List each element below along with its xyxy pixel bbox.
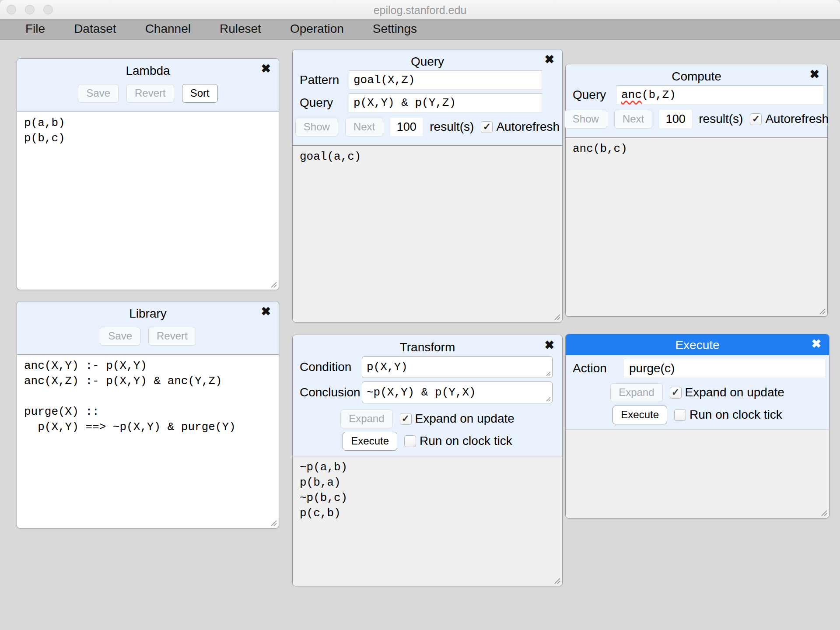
conclusion-label: Conclusion [300, 385, 362, 399]
pattern-label: Pattern [300, 73, 349, 87]
resize-grip-icon[interactable] [477, 396, 551, 402]
close-icon[interactable]: ✖ [544, 340, 554, 351]
checkmark-icon: ✓ [752, 113, 760, 125]
transform-results-text: ~p(a,b) p(b,a) ~p(b,c) p(c,b) [300, 461, 347, 520]
resize-grip-icon[interactable] [553, 577, 560, 584]
menu-ruleset[interactable]: Ruleset [220, 22, 261, 36]
resize-grip-icon[interactable] [270, 519, 277, 526]
query-input[interactable] [349, 93, 542, 112]
close-icon[interactable]: ✖ [544, 54, 554, 66]
conclusion-textarea[interactable]: ~p(X,Y) & p(Y,X) [362, 382, 553, 403]
action-input[interactable] [623, 359, 826, 378]
checkmark-icon: ✓ [672, 387, 679, 398]
expand-on-update-label: Expand on update [685, 385, 784, 399]
execute-execute-button[interactable]: Execute [612, 406, 667, 424]
lambda-panel-title: Lambda [17, 59, 279, 78]
close-icon[interactable]: ✖ [261, 306, 271, 318]
compute-panel-title: Compute [566, 64, 827, 84]
menu-file[interactable]: File [25, 22, 45, 36]
results-count-label: result(s) [430, 120, 474, 134]
library-save-button[interactable]: Save [100, 327, 140, 346]
menu-settings[interactable]: Settings [373, 22, 417, 36]
execute-panel-title: Execute [566, 334, 829, 352]
query-next-button[interactable]: Next [345, 118, 383, 136]
menu-dataset[interactable]: Dataset [74, 22, 116, 36]
query-show-button[interactable]: Show [295, 118, 338, 136]
close-icon[interactable]: ✖ [261, 63, 271, 75]
transform-panel: Transform ✖ Condition p(X,Y) Conclusion … [292, 335, 563, 586]
library-editor-text: anc(X,Y) :- p(X,Y) anc(X,Z) :- p(X,Y) & … [24, 359, 236, 434]
menu-operation[interactable]: Operation [290, 22, 344, 36]
library-panel-title: Library [17, 301, 279, 321]
lambda-panel: Lambda ✖ Save Revert Sort p(a,b) p(b,c) [17, 58, 279, 290]
results-count-label: result(s) [699, 112, 743, 126]
checkmark-icon: ✓ [483, 121, 491, 133]
compute-panel-header: Compute ✖ Query anc(b,Z) Show Next resul… [566, 64, 827, 138]
query-results[interactable]: goal(a,c) [293, 146, 562, 322]
query-result-count-input[interactable] [390, 118, 423, 136]
transform-run-on-clock-tick-checkbox[interactable] [404, 435, 416, 447]
library-editor[interactable]: anc(X,Y) :- p(X,Y) anc(X,Z) :- p(X,Y) & … [17, 355, 279, 528]
condition-label: Condition [300, 360, 362, 374]
execute-panel: Execute ✖ Action Expand ✓ Expand on upda… [565, 334, 830, 518]
resize-grip-icon[interactable] [818, 307, 826, 315]
query-panel: Query ✖ Pattern Query Show Next result(s… [292, 49, 563, 322]
expand-on-update-label: Expand on update [415, 412, 514, 426]
autorefresh-label: Autorefresh [765, 112, 829, 126]
compute-show-button[interactable]: Show [564, 110, 607, 129]
close-icon[interactable]: ✖ [811, 338, 821, 350]
checkmark-icon: ✓ [402, 413, 410, 424]
browser-titlebar: epilog.stanford.edu [0, 0, 840, 19]
query-autorefresh-checkbox[interactable]: ✓ [481, 121, 493, 133]
library-panel: Library ✖ Save Revert anc(X,Y) :- p(X,Y)… [17, 301, 279, 528]
transform-execute-button[interactable]: Execute [343, 432, 397, 451]
app-menubar: File Dataset Channel Ruleset Operation S… [0, 19, 840, 40]
transform-expand-on-update-checkbox[interactable]: ✓ [400, 413, 412, 425]
condition-text: p(X,Y) [367, 360, 408, 374]
action-label: Action [573, 361, 623, 375]
compute-result-count-input[interactable] [659, 110, 692, 128]
transform-panel-header: Transform ✖ Condition p(X,Y) Conclusion … [293, 335, 562, 456]
lambda-editor[interactable]: p(a,b) p(b,c) [17, 112, 279, 290]
lambda-sort-button[interactable]: Sort [182, 84, 218, 103]
run-on-clock-tick-label: Run on clock tick [420, 434, 512, 448]
autorefresh-label: Autorefresh [496, 120, 560, 134]
transform-results[interactable]: ~p(a,b) p(b,a) ~p(b,c) p(c,b) [293, 456, 562, 586]
compute-query-label: Query [573, 88, 616, 102]
resize-grip-icon[interactable] [820, 509, 827, 516]
transform-panel-title: Transform [293, 335, 562, 354]
resize-grip-icon[interactable] [553, 313, 560, 320]
execute-results[interactable] [566, 430, 829, 518]
compute-query-input[interactable]: anc(b,Z) [616, 85, 824, 105]
execute-run-on-clock-tick-checkbox[interactable] [674, 409, 686, 421]
query-label: Query [300, 96, 349, 110]
misspelled-word: anc [621, 88, 642, 102]
resize-grip-icon[interactable] [270, 280, 277, 288]
compute-results[interactable]: anc(b,c) [566, 138, 827, 316]
execute-panel-titlebar: Execute ✖ [566, 334, 829, 355]
lambda-revert-button[interactable]: Revert [126, 84, 174, 103]
conclusion-text: ~p(X,Y) & p(Y,X) [367, 386, 476, 399]
execute-expand-button[interactable]: Expand [610, 383, 662, 402]
lambda-panel-header: Lambda ✖ Save Revert Sort [17, 59, 279, 112]
library-revert-button[interactable]: Revert [148, 327, 196, 346]
run-on-clock-tick-label: Run on clock tick [690, 408, 782, 422]
compute-autorefresh-checkbox[interactable]: ✓ [750, 113, 762, 125]
lambda-editor-text: p(a,b) p(b,c) [24, 116, 65, 145]
execute-expand-on-update-checkbox[interactable]: ✓ [670, 387, 682, 399]
close-icon[interactable]: ✖ [809, 69, 819, 80]
window-title: epilog.stanford.edu [0, 0, 840, 19]
condition-textarea[interactable]: p(X,Y) [362, 356, 553, 378]
transform-expand-button[interactable]: Expand [340, 410, 392, 428]
pattern-input[interactable] [349, 70, 542, 90]
execute-panel-header: Action Expand ✓ Expand on update Execute… [566, 355, 829, 430]
menu-channel[interactable]: Channel [145, 22, 191, 36]
compute-next-button[interactable]: Next [614, 110, 652, 129]
resize-grip-icon[interactable] [477, 371, 551, 376]
query-panel-title: Query [293, 49, 562, 69]
lambda-save-button[interactable]: Save [78, 84, 119, 103]
query-results-text: goal(a,c) [300, 150, 361, 163]
query-panel-header: Query ✖ Pattern Query Show Next result(s… [293, 49, 562, 146]
compute-results-text: anc(b,c) [573, 142, 627, 155]
compute-panel: Compute ✖ Query anc(b,Z) Show Next resul… [565, 64, 828, 317]
